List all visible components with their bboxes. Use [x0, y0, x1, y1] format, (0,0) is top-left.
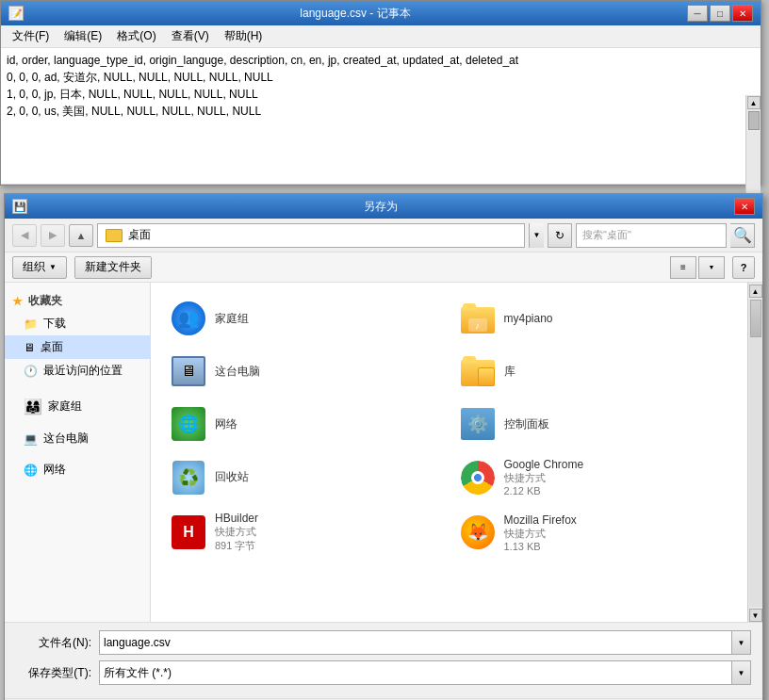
new-folder-btn[interactable]: 新建文件夹: [74, 256, 152, 279]
notepad-maximize-btn[interactable]: □: [710, 5, 730, 22]
menu-format[interactable]: 格式(O): [109, 26, 163, 46]
homegroup-icon-shape: 👥: [172, 301, 205, 335]
file-name: 回收站: [215, 469, 440, 485]
menu-view[interactable]: 查看(V): [164, 26, 217, 46]
sidebar-item-downloads[interactable]: 📁 下载: [5, 312, 150, 335]
list-item[interactable]: 🦊 Mozilla Firefox 快捷方式 1.13 KB: [451, 506, 737, 559]
filename-label: 文件名(N):: [16, 635, 91, 651]
organize-label: 组织: [23, 259, 45, 275]
file-name: 库: [504, 364, 729, 380]
list-item[interactable]: ♪ my4piano: [451, 294, 737, 343]
sidebar-item-homegroup[interactable]: 👨‍👩‍👧 家庭组: [5, 394, 150, 419]
back-btn[interactable]: ◀: [12, 224, 37, 247]
firefox-icon-shape: 🦊: [461, 515, 495, 549]
content-scrollbar[interactable]: ▲ ▼: [747, 283, 762, 622]
firefox-file-icon: 🦊: [459, 513, 497, 551]
sidebar-item-desktop[interactable]: 🖥 桌面: [5, 335, 150, 359]
file-meta-size: 1.13 KB: [504, 541, 729, 552]
notepad-menubar: 文件(F) 编辑(E) 格式(O) 查看(V) 帮助(H): [1, 25, 761, 48]
saveas-nav-toolbar: ◀ ▶ ▲ 桌面 ▼ ↻ 搜索"桌面" 🔍: [5, 219, 762, 252]
recent-icon: 🕐: [24, 365, 38, 378]
view-toggle: ≡ ▼: [670, 256, 725, 279]
filename-input-wrap: ▼: [99, 630, 751, 655]
saveas-main-area: ★ 收藏夹 📁 下载 🖥 桌面 🕐 最近访问的位置 👨: [5, 283, 762, 622]
file-info: my4piano: [504, 312, 729, 325]
library-icon-shape: [461, 356, 495, 386]
file-info: HBuilder 快捷方式 891 字节: [215, 512, 440, 553]
chrome-file-icon: [459, 459, 497, 497]
scroll-down-arrow[interactable]: ▼: [749, 609, 762, 622]
file-name: 网络: [215, 416, 440, 432]
file-name: 这台电脑: [215, 364, 440, 380]
notepad-content[interactable]: id, order, language_type_id, origin_lang…: [1, 48, 761, 185]
filename-dropdown-btn[interactable]: ▼: [732, 630, 751, 655]
notepad-titlebar: 📝 language.csv - 记事本 ─ □ ✕: [1, 1, 761, 25]
file-info: 家庭组: [215, 311, 440, 327]
hbuilder-file-icon: H: [170, 513, 207, 551]
list-item[interactable]: 👥 家庭组: [162, 294, 448, 343]
list-item[interactable]: ⚙️ 控制面板: [451, 399, 737, 448]
saveas-content-area[interactable]: 👥 家庭组 ♪ my4piano: [151, 283, 747, 622]
file-info: 库: [504, 364, 729, 380]
filetype-input-wrap: ▼: [99, 660, 751, 685]
list-item[interactable]: 库: [451, 347, 737, 396]
hbuilder-icon-shape: H: [172, 515, 205, 549]
notepad-title: language.csv - 记事本: [24, 6, 687, 22]
notepad-close-btn[interactable]: ✕: [732, 5, 753, 22]
computer-icon-shape: 🖥: [172, 356, 205, 386]
up-btn[interactable]: ▲: [69, 224, 93, 247]
filename-row: 文件名(N): ▼: [16, 630, 751, 655]
list-item[interactable]: Google Chrome 快捷方式 2.12 KB: [451, 452, 737, 502]
list-item[interactable]: 🌐 网络: [162, 399, 448, 448]
forward-btn[interactable]: ▶: [41, 224, 65, 247]
menu-edit[interactable]: 编辑(E): [57, 26, 109, 46]
list-item[interactable]: H HBuilder 快捷方式 891 字节: [162, 506, 448, 559]
file-info: 控制面板: [504, 416, 729, 432]
network-icon-shape: 🌐: [172, 407, 205, 441]
list-item[interactable]: ♻️ 回收站: [162, 452, 448, 502]
view-dropdown-btn[interactable]: ▼: [698, 256, 725, 279]
filetype-dropdown-btn[interactable]: ▼: [732, 660, 751, 685]
filetype-input[interactable]: [99, 660, 732, 685]
list-item[interactable]: 🖥 这台电脑: [162, 347, 448, 396]
organize-arrow: ▼: [49, 263, 57, 271]
content-line-2: 0, 0, 0, ad, 安道尔, NULL, NULL, NULL, NULL…: [7, 69, 755, 86]
location-folder-icon: [106, 229, 123, 242]
filename-input[interactable]: [99, 630, 732, 655]
saveas-titlebar: 💾 另存为 ✕: [5, 194, 762, 219]
saveas-close-btn[interactable]: ✕: [734, 198, 755, 215]
saveas-app-icon: 💾: [12, 199, 27, 214]
sidebar-item-network[interactable]: 🌐 网络: [5, 458, 150, 481]
sidebar-item-thispc[interactable]: 💻 这台电脑: [5, 427, 150, 450]
recycle-file-icon: ♻️: [170, 459, 207, 497]
chrome-icon-shape: [461, 461, 495, 495]
scroll-up-arrow[interactable]: ▲: [749, 285, 762, 298]
menu-help[interactable]: 帮助(H): [217, 26, 270, 46]
controlpanel-file-icon: ⚙️: [459, 405, 497, 443]
refresh-btn[interactable]: ↻: [548, 223, 572, 248]
location-dropdown-btn[interactable]: ▼: [529, 223, 544, 248]
sidebar-item-recent[interactable]: 🕐 最近访问的位置: [5, 359, 150, 383]
download-icon: 📁: [24, 317, 38, 331]
help-btn[interactable]: ?: [732, 256, 755, 279]
file-meta-type: 快捷方式: [215, 525, 440, 539]
search-box[interactable]: 搜索"桌面": [576, 223, 727, 248]
filetype-label: 保存类型(T):: [16, 665, 91, 681]
content-line-1: id, order, language_type_id, origin_lang…: [7, 52, 755, 69]
search-btn[interactable]: 🔍: [730, 223, 755, 248]
file-info: Google Chrome 快捷方式 2.12 KB: [504, 458, 729, 497]
menu-file[interactable]: 文件(F): [5, 26, 57, 46]
organize-btn[interactable]: 组织 ▼: [12, 256, 67, 279]
location-bar[interactable]: 桌面: [97, 223, 525, 248]
network-file-icon: 🌐: [170, 405, 207, 443]
view-list-btn[interactable]: ≡: [670, 256, 696, 279]
notepad-app-icon: 📝: [8, 6, 24, 21]
content-line-4: 2, 0, 0, us, 美国, NULL, NULL, NULL, NULL,…: [7, 103, 755, 120]
scroll-thumb[interactable]: [750, 300, 761, 337]
file-info: Mozilla Firefox 快捷方式 1.13 KB: [504, 513, 729, 552]
notepad-minimize-btn[interactable]: ─: [687, 5, 708, 22]
sidebar-section-favorites: ★ 收藏夹 📁 下载 🖥 桌面 🕐 最近访问的位置: [5, 290, 150, 383]
my4piano-file-icon: ♪: [459, 300, 497, 337]
saveas-title: 另存为: [27, 199, 734, 215]
file-info: 回收站: [215, 469, 440, 485]
